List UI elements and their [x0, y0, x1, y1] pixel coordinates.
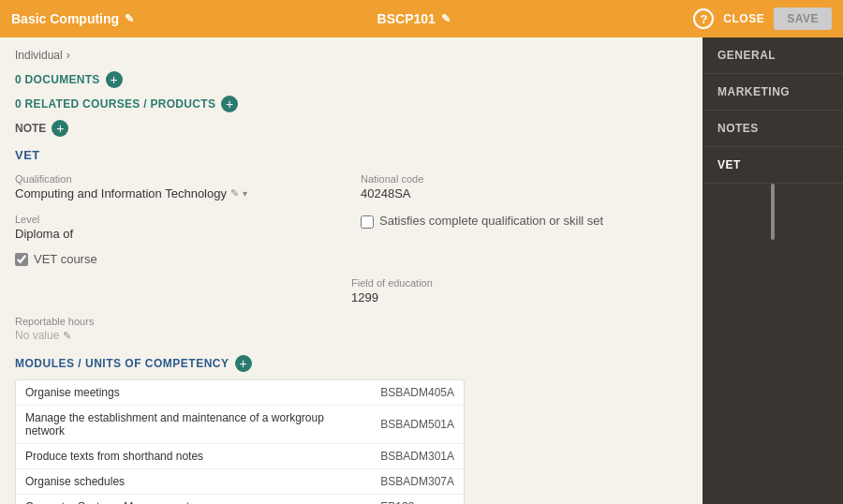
table-row: Organise meetingsBSBADM405A — [16, 380, 464, 406]
module-code: EB123 — [371, 495, 464, 505]
note-section: NOTE + — [15, 120, 688, 137]
qualification-label: Qualification — [15, 173, 342, 185]
field-label: Field of education — [351, 277, 688, 289]
module-code: BSBADM301A — [371, 444, 464, 469]
satisfies-checkbox[interactable] — [361, 215, 374, 229]
sidebar-item-general[interactable]: GENERAL — [702, 37, 843, 74]
close-button[interactable]: CLOSE — [723, 12, 764, 25]
documents-label: 0 DOCUMENTS — [15, 73, 100, 86]
sidebar: GENERALMARKETINGNOTESVET — [702, 37, 843, 504]
sidebar-item-marketing[interactable]: MARKETING — [702, 74, 843, 111]
breadcrumb: Individual › — [15, 49, 688, 62]
add-note-button[interactable]: + — [52, 120, 68, 137]
vet-form-grid: Qualification Computing and Information … — [15, 173, 688, 241]
sidebar-item-vet[interactable]: VET — [702, 147, 843, 184]
satisfies-field: Satisfies complete qualification or skil… — [361, 214, 688, 241]
module-name: Computer Systems Management — [16, 495, 371, 505]
help-button[interactable]: ? — [693, 8, 714, 29]
module-name: Produce texts from shorthand notes — [16, 444, 371, 469]
qualification-field: Qualification Computing and Information … — [15, 173, 342, 200]
add-document-button[interactable]: + — [106, 71, 123, 88]
reportable-label: Reportable hours — [15, 316, 688, 327]
level-value: Diploma of — [15, 227, 342, 241]
qualification-edit-icon[interactable]: ✎ — [230, 187, 239, 200]
level-field: Level Diploma of — [15, 214, 342, 241]
module-name: Manage the establishment and maintenance… — [16, 406, 371, 444]
table-row: Manage the establishment and maintenance… — [16, 406, 464, 444]
vet-course-checkbox[interactable] — [15, 253, 28, 266]
code-edit-icon[interactable]: ✎ — [441, 12, 451, 25]
module-name: Organise meetings — [16, 380, 371, 406]
header: Basic Computing ✎ BSCP101 ✎ ? CLOSE SAVE — [0, 0, 843, 37]
satisfies-label: Satisfies complete qualification or skil… — [379, 214, 603, 228]
course-code: BSCP101 — [377, 11, 436, 26]
vet-course-row: VET course — [15, 252, 688, 266]
header-left: Basic Computing ✎ — [11, 11, 134, 26]
layout: Individual › 0 DOCUMENTS + 0 RELATED COU… — [0, 37, 843, 504]
page-title: Basic Computing — [11, 11, 119, 26]
field-value: 1299 — [351, 290, 688, 304]
level-label: Level — [15, 214, 342, 225]
modules-header: MODULES / UNITS OF COMPETENCY + — [15, 355, 688, 372]
sidebar-item-notes[interactable]: NOTES — [702, 111, 843, 147]
breadcrumb-chevron: › — [67, 49, 70, 62]
documents-section: 0 DOCUMENTS + — [15, 71, 688, 88]
qualification-chevron-icon: ▾ — [243, 188, 247, 199]
national-code-field: National code 40248SA — [361, 173, 688, 200]
module-code: BSBADM405A — [371, 380, 464, 406]
main-content: Individual › 0 DOCUMENTS + 0 RELATED COU… — [0, 37, 702, 504]
header-right: ? CLOSE SAVE — [693, 7, 832, 30]
add-module-button[interactable]: + — [235, 355, 252, 372]
breadcrumb-text: Individual — [15, 49, 63, 62]
no-value-row: No value ✎ — [15, 329, 688, 342]
field-grid: Field of education 1299 — [15, 277, 688, 304]
vet-heading: VET — [15, 148, 688, 162]
title-edit-icon[interactable]: ✎ — [125, 12, 134, 25]
module-name: Organise schedules — [16, 469, 371, 495]
vet-course-label: VET course — [34, 252, 97, 266]
table-row: Computer Systems ManagementEB123 — [16, 495, 464, 505]
modules-table-inner: Organise meetingsBSBADM405AManage the es… — [16, 380, 464, 504]
no-value-edit-icon[interactable]: ✎ — [63, 330, 71, 342]
national-code-value: 40248SA — [361, 186, 688, 200]
related-courses-label: 0 RELATED COURSES / PRODUCTS — [15, 97, 215, 111]
save-button[interactable]: SAVE — [774, 7, 832, 30]
field-of-education-field: Field of education 1299 — [351, 277, 688, 304]
reportable-row: Reportable hours No value ✎ — [15, 316, 688, 342]
note-label: NOTE — [15, 122, 46, 135]
module-code: BSBADM501A — [371, 406, 464, 444]
table-row: Organise schedulesBSBADM307A — [16, 469, 464, 495]
no-value-text: No value — [15, 329, 59, 342]
related-courses-section: 0 RELATED COURSES / PRODUCTS + — [15, 96, 688, 112]
add-related-course-button[interactable]: + — [221, 96, 238, 112]
modules-label: MODULES / UNITS OF COMPETENCY — [15, 357, 229, 370]
satisfies-checkbox-row: Satisfies complete qualification or skil… — [361, 214, 688, 230]
qualification-value: Computing and Information Technology ✎ ▾ — [15, 186, 342, 200]
modules-table: Organise meetingsBSBADM405AManage the es… — [15, 379, 465, 504]
national-code-label: National code — [361, 173, 688, 185]
header-center: BSCP101 ✎ — [377, 11, 451, 26]
table-row: Produce texts from shorthand notesBSBADM… — [16, 444, 464, 469]
module-code: BSBADM307A — [371, 469, 464, 495]
